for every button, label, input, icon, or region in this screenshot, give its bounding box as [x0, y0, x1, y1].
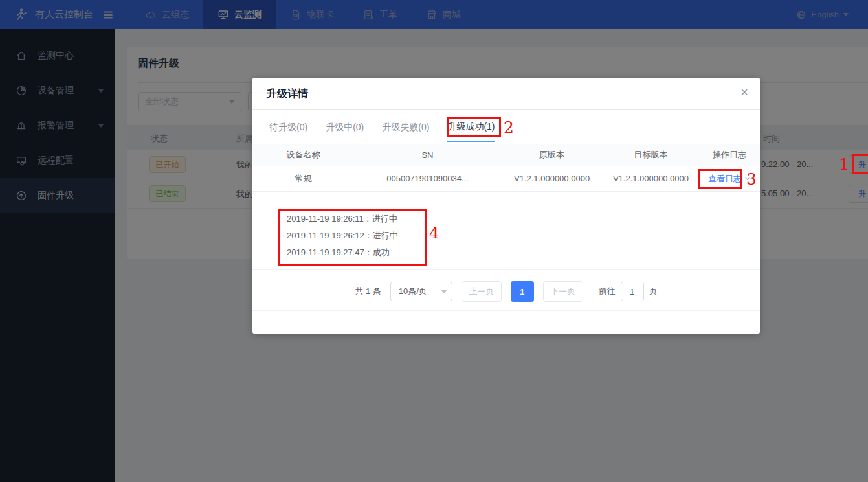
col-operation-log: 操作日志	[699, 149, 760, 161]
chevron-down-icon	[744, 175, 751, 182]
log-entry: 2019-11-19 19:26:11：进行中	[287, 211, 398, 227]
sn-cell: 0050071901090034...	[354, 174, 501, 183]
modal-header: 升级详情 ×	[252, 78, 760, 110]
goto-page-group: 前往 页	[599, 282, 658, 301]
device-name-cell: 常规	[252, 173, 354, 185]
view-log-cell: 查看日志	[699, 173, 760, 185]
next-page-button[interactable]: 下一页	[543, 281, 583, 302]
table-header-row: 设备名称 SN 原版本 目标版本 操作日志	[252, 144, 760, 166]
close-icon[interactable]: ×	[740, 86, 748, 98]
upgrade-detail-modal: 升级详情 × 待升级(0) 升级中(0) 升级失败(0) 升级成功(1) 设备名…	[252, 78, 760, 334]
col-device-name: 设备名称	[252, 149, 354, 161]
pagination-total: 共 1 条	[355, 286, 381, 297]
modal-device-table: 设备名称 SN 原版本 目标版本 操作日志 常规 005007190109003…	[252, 144, 760, 192]
divider	[252, 269, 760, 270]
divider	[252, 310, 760, 311]
tab-upgrade-success[interactable]: 升级成功(1)	[447, 112, 495, 142]
modal-tabs: 待升级(0) 升级中(0) 升级失败(0) 升级成功(1)	[269, 110, 495, 144]
page-size-select[interactable]: 10条/页	[390, 282, 452, 301]
goto-page-input[interactable]	[621, 282, 644, 301]
page-size-value: 10条/页	[399, 286, 427, 297]
pagination: 共 1 条 10条/页 上一页 1 下一页 前往 页	[252, 280, 760, 303]
col-sn: SN	[354, 150, 501, 160]
log-entry: 2019-11-19 19:26:12：进行中	[287, 227, 398, 244]
goto-prefix-label: 前往	[599, 286, 616, 297]
screen: 有人云控制台 云组态	[0, 0, 868, 482]
chevron-down-icon	[441, 290, 447, 296]
log-entry: 2019-11-19 19:27:47：成功	[287, 244, 398, 261]
tab-upgrade-failed[interactable]: 升级失败(0)	[382, 113, 429, 141]
col-source-version: 原版本	[501, 149, 603, 161]
goto-suffix-label: 页	[649, 286, 658, 297]
col-target-version: 目标版本	[603, 149, 699, 161]
prev-page-button[interactable]: 上一页	[462, 281, 502, 302]
tab-pending-upgrade[interactable]: 待升级(0)	[269, 113, 307, 141]
current-page-button[interactable]: 1	[511, 281, 534, 302]
view-log-link[interactable]: 查看日志	[708, 173, 751, 185]
operation-log-list: 2019-11-19 19:26:11：进行中 2019-11-19 19:26…	[287, 211, 398, 261]
target-version-cell: V1.2.1.000000.0000	[603, 174, 699, 183]
table-row: 常规 0050071901090034... V1.2.1.000000.000…	[252, 166, 760, 192]
view-log-label: 查看日志	[708, 173, 742, 185]
tab-upgrading[interactable]: 升级中(0)	[326, 113, 364, 141]
modal-title: 升级详情	[267, 87, 308, 101]
source-version-cell: V1.2.1.000000.0000	[501, 174, 603, 183]
